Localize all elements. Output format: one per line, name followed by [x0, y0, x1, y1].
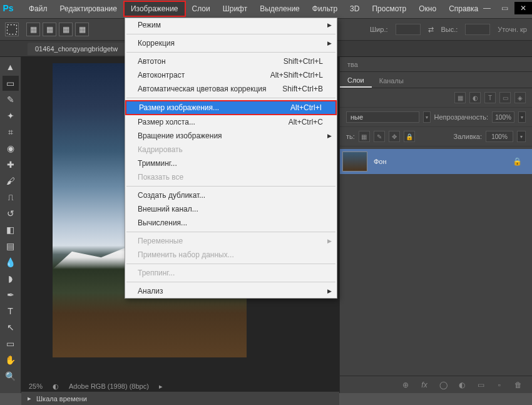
- filter-type-icon[interactable]: T: [484, 92, 496, 103]
- menu-файл[interactable]: Файл: [23, 2, 54, 16]
- layer-fx-icon[interactable]: fx: [418, 379, 431, 391]
- layer-lock-icon[interactable]: 🔒: [513, 157, 522, 166]
- menu-шрифт[interactable]: Шрифт: [217, 2, 253, 16]
- eyedropper-tool[interactable]: ◉: [3, 141, 19, 156]
- menu-item[interactable]: Создать дубликат...: [125, 188, 337, 202]
- delete-layer-icon[interactable]: 🗑: [512, 379, 524, 391]
- menu-item: Применить набор данных...: [125, 248, 337, 262]
- menu-item[interactable]: Коррекция▶: [125, 36, 337, 50]
- timeline-label[interactable]: Шкала времени: [36, 395, 87, 402]
- width-input[interactable]: [396, 24, 421, 35]
- opacity-label: Непрозрачность:: [434, 113, 488, 121]
- layer-row[interactable]: Фон 🔒: [340, 149, 532, 174]
- lock-pixels-icon[interactable]: ▦: [359, 131, 370, 142]
- dodge-tool[interactable]: ◗: [3, 271, 19, 286]
- lock-paint-icon[interactable]: ✎: [374, 131, 385, 142]
- pen-tool[interactable]: ✒: [3, 287, 19, 302]
- shape-tool[interactable]: ▭: [3, 336, 19, 351]
- menu-item[interactable]: Вращение изображения▶: [125, 129, 337, 143]
- healing-tool[interactable]: ✚: [3, 157, 19, 172]
- menu-item[interactable]: Вычисления...: [125, 216, 337, 230]
- menu-item[interactable]: Размер изображения...Alt+Ctrl+I: [125, 100, 337, 115]
- intersect-selection-icon[interactable]: ▦: [75, 23, 89, 36]
- link-layers-icon[interactable]: ⊕: [399, 379, 412, 391]
- lock-all-icon[interactable]: 🔒: [404, 131, 415, 142]
- layer-name-label[interactable]: Фон: [374, 158, 387, 165]
- menu-item[interactable]: АвтотонShift+Ctrl+L: [125, 54, 337, 68]
- lasso-tool[interactable]: ✎: [3, 92, 19, 107]
- document-tab[interactable]: 01464_chongyangbridgetw: [28, 43, 125, 55]
- menu-изображение[interactable]: Изображение: [123, 1, 186, 17]
- menu-item-shortcut: Alt+Ctrl+C: [289, 118, 323, 126]
- blend-mode-arrow-icon[interactable]: ▾: [423, 111, 431, 123]
- menu-item[interactable]: Анализ▶: [125, 284, 337, 298]
- clone-tool[interactable]: ⎍: [3, 190, 19, 205]
- gradient-tool[interactable]: ▤: [3, 238, 19, 254]
- filter-pixel-icon[interactable]: ▦: [454, 92, 466, 103]
- refine-edge-button[interactable]: Уточн. кр: [498, 26, 527, 33]
- profile-arrow-icon[interactable]: ▸: [159, 382, 163, 391]
- height-input[interactable]: [465, 24, 490, 35]
- opacity-arrow-icon[interactable]: ▾: [518, 111, 526, 123]
- tab-layers[interactable]: Слои: [340, 74, 372, 88]
- menu-слои[interactable]: Слои: [186, 2, 217, 16]
- blend-mode-select[interactable]: ные: [346, 111, 419, 123]
- zoom-level[interactable]: 25%: [29, 382, 43, 390]
- color-profile-label: Adobe RGB (1998) (8bpc): [69, 382, 149, 390]
- fill-arrow-icon[interactable]: ▾: [517, 131, 526, 142]
- move-tool[interactable]: ▲: [3, 59, 19, 74]
- new-layer-icon[interactable]: ▫: [493, 379, 506, 391]
- filter-shape-icon[interactable]: ▭: [499, 92, 511, 103]
- tab-properties[interactable]: тва: [340, 58, 366, 71]
- menu-item-label: Вычисления...: [138, 218, 187, 227]
- filter-smart-icon[interactable]: ◈: [514, 92, 526, 103]
- menu-справка[interactable]: Справка: [442, 2, 484, 16]
- lock-position-icon[interactable]: ✥: [389, 131, 400, 142]
- layer-thumbnail[interactable]: [342, 151, 367, 172]
- window-close-button[interactable]: ✕: [514, 2, 532, 14]
- timeline-toggle-icon[interactable]: ▸: [28, 394, 31, 402]
- fill-value[interactable]: 100%: [486, 131, 513, 142]
- menu-item[interactable]: АвтоконтрастAlt+Shift+Ctrl+L: [125, 68, 337, 82]
- tab-channels[interactable]: Каналы: [372, 74, 411, 87]
- menu-выделение[interactable]: Выделение: [253, 2, 306, 16]
- new-selection-icon[interactable]: ▦: [26, 23, 40, 36]
- menu-редактирование[interactable]: Редактирование: [54, 2, 123, 16]
- zoom-tool[interactable]: 🔍: [3, 369, 19, 384]
- history-tool[interactable]: ↺: [3, 206, 19, 221]
- opacity-value[interactable]: 100%: [492, 111, 514, 123]
- swap-icon[interactable]: ⇄: [428, 26, 434, 34]
- menu-item-label: Треппинг...: [138, 269, 175, 277]
- tool-preset-icon[interactable]: [5, 23, 19, 36]
- type-tool[interactable]: T: [3, 304, 19, 319]
- adjustment-layer-icon[interactable]: ◐: [456, 379, 468, 391]
- submenu-arrow-icon: ▶: [327, 40, 332, 46]
- filter-adjust-icon[interactable]: ◐: [469, 92, 481, 103]
- brush-tool[interactable]: 🖌: [3, 173, 19, 188]
- hand-tool[interactable]: ✋: [3, 352, 19, 367]
- menu-item[interactable]: Размер холста...Alt+Ctrl+C: [125, 115, 337, 129]
- menu-item-label: Коррекция: [138, 39, 175, 48]
- menu-3d[interactable]: 3D: [344, 2, 366, 16]
- magic-wand-tool[interactable]: ✦: [3, 108, 19, 123]
- menu-окно[interactable]: Окно: [412, 2, 442, 16]
- group-icon[interactable]: ▭: [474, 379, 487, 391]
- menu-item-shortcut: Alt+Ctrl+I: [290, 103, 322, 112]
- window-maximize-button[interactable]: ▭: [496, 2, 513, 14]
- menu-item[interactable]: Тримминг...: [125, 156, 337, 170]
- menu-item[interactable]: Режим▶: [125, 18, 337, 32]
- menu-item[interactable]: Внешний канал...: [125, 202, 337, 216]
- eraser-tool[interactable]: ◧: [3, 222, 19, 237]
- menu-item[interactable]: Автоматическая цветовая коррекцияShift+C…: [125, 82, 337, 96]
- path-tool[interactable]: ↖: [3, 320, 19, 335]
- blur-tool[interactable]: 💧: [3, 255, 19, 270]
- marquee-tool[interactable]: ▭: [3, 76, 19, 91]
- menu-separator: [126, 186, 335, 187]
- menu-фильтр[interactable]: Фильтр: [306, 2, 344, 16]
- crop-tool[interactable]: ⌗: [3, 125, 19, 140]
- menu-просмотр[interactable]: Просмотр: [366, 2, 412, 16]
- menu-item: Показать все: [125, 170, 337, 184]
- add-selection-icon[interactable]: ▦: [43, 23, 56, 36]
- subtract-selection-icon[interactable]: ▦: [59, 23, 73, 36]
- layer-mask-icon[interactable]: ◯: [437, 379, 449, 391]
